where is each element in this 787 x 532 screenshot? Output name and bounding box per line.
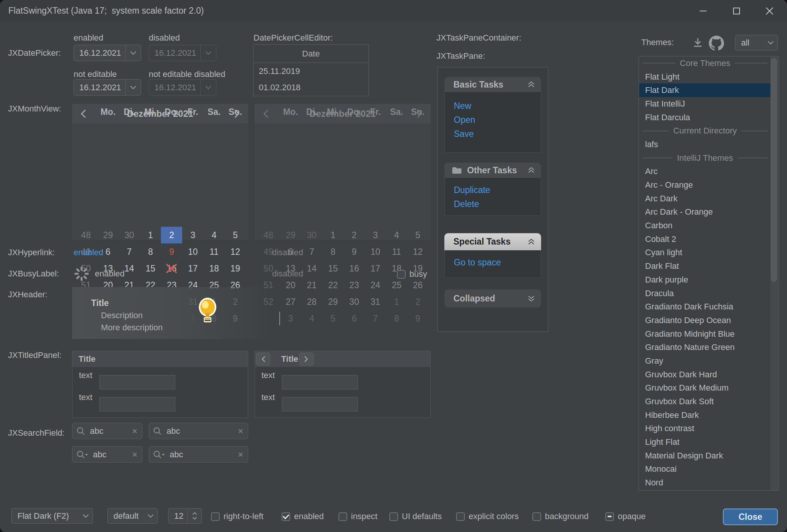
title-left-button[interactable] <box>256 353 270 366</box>
date-table[interactable]: Date 25.11.2019 01.02.2018 <box>253 44 369 96</box>
font-size-spinner[interactable]: 12 <box>168 508 202 524</box>
collapse-icon[interactable] <box>527 238 535 246</box>
clear-icon[interactable]: × <box>238 426 243 436</box>
enabled-checkbox[interactable]: enabled <box>282 512 324 521</box>
theme-item[interactable]: lafs <box>639 138 771 151</box>
theme-item[interactable]: High contrast <box>639 422 771 436</box>
theme-item[interactable]: Dracula <box>639 287 771 300</box>
table-row[interactable]: 25.11.2019 <box>253 63 368 79</box>
calendar-day[interactable]: 10 <box>182 243 203 260</box>
background-checkbox[interactable]: background <box>532 512 589 521</box>
calendar-day[interactable]: 19 <box>225 260 246 277</box>
theme-item[interactable]: Dark purple <box>639 273 771 287</box>
clear-icon[interactable]: × <box>238 449 243 460</box>
calendar-day[interactable]: 7 <box>119 243 140 260</box>
collapse-icon[interactable] <box>527 81 535 88</box>
calendar-day[interactable]: 15 <box>140 260 161 277</box>
search-input[interactable]: abc <box>93 450 132 460</box>
search-icon[interactable] <box>153 427 162 436</box>
opaque-checkbox[interactable]: opaque <box>605 512 645 521</box>
taskpane-basic-header[interactable]: Basic Tasks <box>444 77 541 92</box>
task-link[interactable]: New <box>454 99 541 113</box>
scrollbar-track[interactable] <box>770 57 778 491</box>
calendar-day[interactable]: 18 <box>203 260 225 277</box>
theme-item[interactable]: Dark Flat <box>639 259 771 273</box>
theme-item[interactable]: Flat Light <box>639 70 771 84</box>
search-field-with-menu[interactable]: abc × <box>72 446 142 463</box>
theme-list[interactable]: Core ThemesFlat LightFlat DarkFlat Intel… <box>639 56 779 491</box>
explicit-colors-checkbox[interactable]: explicit colors <box>456 512 519 521</box>
theme-item[interactable]: Cobalt 2 <box>639 232 771 246</box>
table-row[interactable]: 01.02.2018 <box>253 79 368 96</box>
calendar-day[interactable]: 1 <box>140 227 161 243</box>
theme-item[interactable]: Gruvbox Dark Soft <box>639 395 771 408</box>
theme-item[interactable]: Gradianto Midnight Blue <box>639 327 771 341</box>
search-input[interactable]: abc <box>170 450 238 460</box>
datepicker-value[interactable]: 16.12.2021 <box>74 48 125 58</box>
close-button[interactable]: Close <box>723 508 778 525</box>
theme-item[interactable]: Light Flat <box>639 435 771 449</box>
theme-item[interactable]: Cyan light <box>639 246 771 260</box>
calendar-day[interactable]: 2 <box>161 227 182 243</box>
text-input[interactable] <box>282 397 358 411</box>
search-input[interactable]: abc <box>90 426 132 436</box>
calendar-day[interactable]: 5 <box>225 227 246 243</box>
scrollbar-thumb[interactable] <box>771 58 777 282</box>
hyperlink-enabled[interactable]: enabled <box>74 246 103 259</box>
task-link[interactable]: Go to space <box>454 256 541 270</box>
theme-item[interactable]: Carbon <box>639 219 771 232</box>
task-link[interactable]: Open <box>454 113 541 127</box>
theme-item[interactable]: Gradianto Dark Fuchsia <box>639 300 771 314</box>
calendar-day[interactable]: 17 <box>182 260 203 277</box>
theme-item[interactable]: Arc Dark <box>639 192 771 206</box>
theme-item[interactable]: Gray <box>639 354 771 368</box>
collapse-icon[interactable] <box>527 166 535 174</box>
theme-item[interactable]: Monocai <box>639 463 771 476</box>
text-input[interactable] <box>99 397 175 411</box>
task-link[interactable]: Duplicate <box>454 183 541 197</box>
spinner-buttons[interactable] <box>188 512 201 520</box>
task-link[interactable]: Delete <box>454 197 541 211</box>
calendar-day[interactable]: 16 <box>161 260 182 277</box>
theme-item[interactable]: Gradianto Deep Ocean <box>639 314 771 327</box>
calendar-day[interactable]: 12 <box>225 243 246 260</box>
calendar-day[interactable]: 30 <box>119 227 140 243</box>
theme-item[interactable]: Nord <box>639 476 771 490</box>
ui-defaults-checkbox[interactable]: UI defaults <box>389 512 442 521</box>
calendar-day[interactable]: 3 <box>182 227 203 243</box>
search-field[interactable]: abc × <box>72 423 142 439</box>
clear-icon[interactable]: × <box>132 426 137 436</box>
search-menu-icon[interactable] <box>153 450 165 459</box>
close-window-button[interactable] <box>757 0 782 22</box>
table-header-date[interactable]: Date <box>253 45 368 63</box>
busy-checkbox[interactable]: busy <box>397 269 427 279</box>
title-right-button[interactable] <box>299 353 313 366</box>
clear-icon[interactable]: × <box>132 449 137 460</box>
download-icon[interactable] <box>692 37 704 49</box>
search-field[interactable]: abc × <box>149 423 248 439</box>
theme-item[interactable]: Arc Dark - Orange <box>639 206 771 219</box>
theme-item[interactable]: Gradianto Nature Green <box>639 341 771 354</box>
minimize-button[interactable] <box>691 0 716 22</box>
monthview-enabled[interactable]: Dezember 2021 Mo.Di.Mi.Do.Fr.Sa.So.48293… <box>72 104 248 240</box>
search-input[interactable]: abc <box>167 426 238 436</box>
inspect-checkbox[interactable]: inspect <box>338 512 378 521</box>
theme-item[interactable]: Flat IntelliJ <box>639 97 771 111</box>
search-icon[interactable] <box>76 427 85 436</box>
calendar-day[interactable]: 4 <box>203 227 225 243</box>
calendar-day[interactable]: 11 <box>203 243 225 260</box>
theme-item[interactable]: Gruvbox Dark Hard <box>639 368 771 381</box>
calendar-day[interactable]: 9 <box>161 243 182 260</box>
theme-item[interactable]: Flat Dark <box>639 83 771 97</box>
calendar-day[interactable]: 8 <box>140 243 161 260</box>
datepicker-dropdown-button[interactable] <box>126 85 141 90</box>
expand-icon[interactable] <box>527 295 535 302</box>
datepicker-not-editable[interactable]: 16.12.2021 <box>74 79 141 96</box>
taskpane-other-header[interactable]: Other Tasks <box>444 163 541 178</box>
theme-filter-combo[interactable]: all <box>735 35 778 50</box>
taskpane-collapsed-header[interactable]: Collapsed <box>444 289 541 308</box>
datepicker-enabled[interactable]: 16.12.2021 <box>74 45 141 61</box>
maximize-button[interactable] <box>724 0 749 22</box>
theme-item[interactable]: Hiberbee Dark <box>639 408 771 422</box>
search-menu-icon[interactable] <box>76 450 88 459</box>
